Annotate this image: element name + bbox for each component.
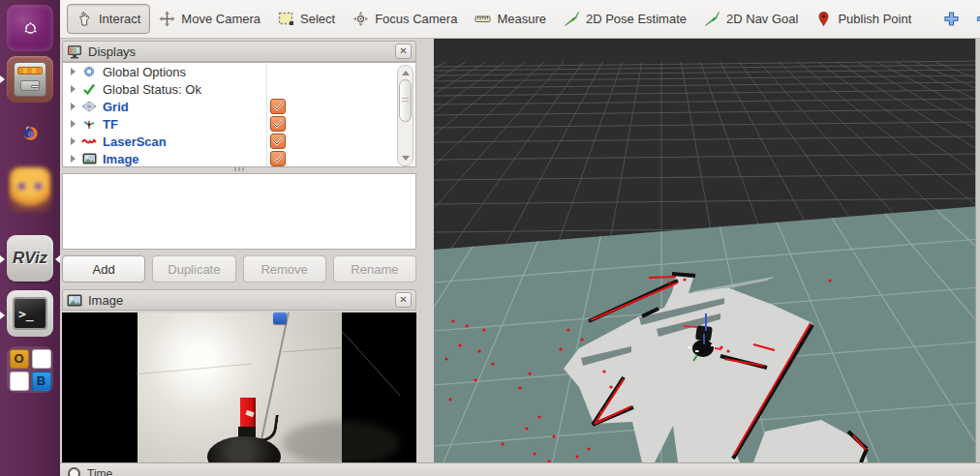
panel-title: Time — [87, 467, 112, 476]
ubuntu-logo-icon — [22, 20, 39, 37]
row-label: Global Status: Ok — [103, 82, 201, 97]
status-check-icon — [81, 82, 97, 96]
tool-label: Measure — [497, 12, 546, 26]
tool-label: Publish Point — [838, 12, 911, 26]
displays-tree[interactable]: Global Options Global Status: Ok Grid — [62, 62, 416, 167]
displays-panel-header[interactable]: Displays ✕ — [62, 41, 416, 62]
grid-enabled-checkbox[interactable] — [270, 99, 286, 114]
camera-image-view[interactable] — [62, 312, 416, 462]
plus-icon — [943, 11, 960, 27]
focus-camera-icon — [352, 11, 369, 27]
tree-scrollbar[interactable] — [397, 65, 413, 166]
expand-arrow-icon[interactable] — [71, 137, 76, 145]
tool-move-camera[interactable]: Move Camera — [150, 5, 269, 33]
tree-row-laserscan[interactable]: LaserScan — [63, 133, 415, 150]
remove-display-button[interactable]: Remove — [243, 255, 326, 283]
scroll-down-icon[interactable] — [402, 156, 410, 161]
expand-arrow-icon[interactable] — [71, 68, 76, 75]
tool-label: Focus Camera — [375, 12, 457, 26]
expand-arrow-icon[interactable] — [71, 103, 76, 110]
floor-tile-line — [283, 347, 343, 352]
tool-focus-camera[interactable]: Focus Camera — [344, 5, 466, 33]
3d-scene — [434, 39, 980, 462]
running-indicator — [0, 75, 5, 83]
add-tool-button[interactable] — [935, 7, 967, 31]
expand-arrow-icon[interactable] — [71, 120, 76, 128]
tf-axes-icon — [81, 117, 97, 131]
minus-icon — [975, 11, 980, 27]
unity-launcher: RViz >_ O B — [0, 0, 60, 476]
tree-row-tf[interactable]: TF — [63, 115, 415, 133]
orange-app-button[interactable] — [7, 166, 53, 213]
display-description-box — [62, 173, 416, 250]
tool-2d-nav-goal[interactable]: 2D Nav Goal — [695, 5, 807, 33]
laserscan-enabled-checkbox[interactable] — [270, 134, 286, 149]
add-display-button[interactable]: Add — [62, 255, 145, 283]
tree-row-global-options[interactable]: Global Options — [63, 63, 415, 80]
blurred-face-icon — [10, 167, 50, 212]
tool-select[interactable]: Select — [269, 5, 344, 33]
blue-object — [273, 312, 287, 324]
image-panel-header[interactable]: Image ✕ — [62, 289, 416, 311]
interact-hand-icon — [77, 11, 93, 27]
rviz-logo: RViz — [13, 249, 47, 268]
move-camera-icon — [159, 11, 175, 27]
tool-label: 2D Nav Goal — [726, 12, 798, 26]
tool-2d-pose-estimate[interactable]: 2D Pose Estimate — [555, 5, 695, 33]
panel-title: Image — [88, 293, 123, 308]
column-divider — [266, 80, 267, 98]
rviz-app-button[interactable]: RViz — [7, 235, 53, 282]
views-panel-collapsed-strip[interactable] — [975, 39, 980, 462]
expand-arrow-icon[interactable] — [71, 85, 76, 93]
scrollbar-thumb[interactable] — [399, 79, 412, 122]
tool-label: Move Camera — [181, 12, 260, 26]
remove-tool-button[interactable] — [967, 7, 980, 31]
clock-icon — [68, 467, 80, 476]
tree-row-global-status[interactable]: Global Status: Ok — [63, 80, 415, 98]
publish-point-pin-icon — [815, 11, 832, 27]
terminal-app-button[interactable]: >_ — [7, 290, 53, 337]
tool-publish-point[interactable]: Publish Point — [807, 5, 920, 33]
files-app-button[interactable] — [7, 56, 53, 103]
nav-goal-arrow-icon — [704, 11, 720, 27]
tree-row-image[interactable]: Image — [63, 150, 415, 167]
tool-label: Select — [300, 12, 335, 26]
tool-measure[interactable]: Measure — [466, 5, 555, 33]
grid-display-icon — [81, 100, 97, 113]
gear-icon — [81, 65, 97, 78]
measure-ruler-icon — [475, 11, 491, 27]
robot-shadow — [283, 421, 399, 462]
terminal-icon: >_ — [13, 297, 47, 330]
tool-interact[interactable]: Interact — [67, 4, 150, 34]
column-divider — [266, 63, 267, 80]
left-panel-column: Displays ✕ Global Options Global Status:… — [60, 39, 434, 462]
time-panel-header[interactable]: Time — [60, 462, 980, 476]
running-indicator — [0, 312, 5, 319]
3d-viewport[interactable] — [434, 39, 980, 462]
row-label: TF — [103, 117, 118, 132]
close-icon[interactable]: ✕ — [395, 292, 412, 308]
ubuntu-dash-button[interactable] — [7, 5, 53, 51]
expand-arrow-icon[interactable] — [71, 155, 76, 163]
rename-display-button[interactable]: Rename — [333, 255, 416, 283]
firefox-app-button[interactable] — [7, 109, 53, 156]
squares-app-button[interactable]: O B — [7, 346, 53, 393]
tool-label: Interact — [99, 12, 140, 26]
panel-splitter-handle[interactable] — [205, 167, 273, 172]
tool-label: 2D Pose Estimate — [586, 12, 687, 26]
tf-enabled-checkbox[interactable] — [270, 116, 286, 132]
robot-body-top — [207, 436, 281, 462]
image-enabled-checkbox[interactable] — [270, 151, 286, 166]
firefox-icon — [22, 125, 39, 141]
column-divider — [266, 98, 267, 115]
select-box-icon — [278, 11, 294, 27]
close-icon[interactable]: ✕ — [395, 44, 412, 59]
row-label: Global Options — [103, 65, 186, 79]
floor-tile-line — [342, 331, 401, 397]
panel-title: Displays — [88, 45, 136, 59]
scroll-up-icon[interactable] — [402, 71, 410, 75]
duplicate-display-button[interactable]: Duplicate — [152, 255, 235, 283]
tree-row-grid[interactable]: Grid — [63, 98, 415, 115]
row-label: Grid — [103, 100, 129, 114]
rviz-toolbar: Interact Move Camera Select — [60, 0, 980, 39]
